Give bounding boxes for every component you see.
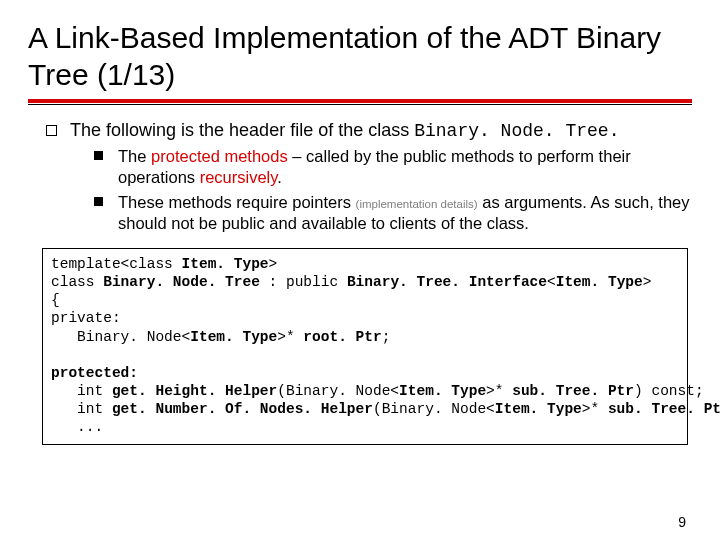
code-text: class xyxy=(51,274,103,290)
muted-note: (implementation details) xyxy=(356,198,478,210)
code-text: >* xyxy=(582,401,608,417)
page-title: A Link-Based Implementation of the ADT B… xyxy=(28,20,692,93)
list-item: The following is the header file of the … xyxy=(46,119,692,234)
code-bold: protected: xyxy=(51,365,138,381)
bullet-list-level2: The protected methods – called by the pu… xyxy=(94,146,692,234)
highlight-red: protected methods xyxy=(151,147,288,165)
code-text: : public xyxy=(260,274,347,290)
code-text: ) const; xyxy=(634,383,704,399)
page-number: 9 xyxy=(678,514,686,530)
code-text: int xyxy=(51,383,112,399)
code-bold: sub. Tree. Ptr xyxy=(512,383,634,399)
code-text: (Binary. Node< xyxy=(373,401,495,417)
code-text: int xyxy=(51,401,112,417)
code-text: > xyxy=(269,256,278,272)
code-bold: Item. Type xyxy=(182,256,269,272)
code-text: (Binary. Node< xyxy=(277,383,399,399)
code-block: template<class Item. Type> class Binary.… xyxy=(42,248,688,445)
title-divider xyxy=(28,99,692,105)
list-item: The protected methods – called by the pu… xyxy=(94,146,692,188)
highlight-red: recursively xyxy=(200,168,278,186)
code-bold: Item. Type xyxy=(190,329,277,345)
code-text: { xyxy=(51,292,60,308)
code-text: Binary. Node< xyxy=(51,329,190,345)
list-item: These methods require pointers (implemen… xyxy=(94,192,692,234)
text: . xyxy=(277,168,282,186)
code-text: template<class xyxy=(51,256,182,272)
code-text: >* xyxy=(486,383,512,399)
class-name-inline: Binary. Node. Tree. xyxy=(414,121,619,141)
code-bold: sub. Tree. Ptr xyxy=(608,401,720,417)
code-text: private: xyxy=(51,310,121,326)
code-text: < xyxy=(547,274,556,290)
code-bold: Binary. Tree. Interface xyxy=(347,274,547,290)
code-text: >* xyxy=(277,329,303,345)
text: The xyxy=(118,147,151,165)
code-bold: Item. Type xyxy=(495,401,582,417)
code-bold: Item. Type xyxy=(399,383,486,399)
code-bold: get. Height. Helper xyxy=(112,383,277,399)
code-bold: root. Ptr xyxy=(303,329,381,345)
code-bold: Binary. Node. Tree xyxy=(103,274,260,290)
code-text: ... xyxy=(51,419,103,435)
text: These methods require pointers xyxy=(118,193,356,211)
code-bold: Item. Type xyxy=(556,274,643,290)
code-text: ; xyxy=(382,329,391,345)
code-text: > xyxy=(643,274,652,290)
text: The following is the header file of the … xyxy=(70,120,409,140)
bullet-list-level1: The following is the header file of the … xyxy=(46,119,692,234)
code-bold: get. Number. Of. Nodes. Helper xyxy=(112,401,373,417)
